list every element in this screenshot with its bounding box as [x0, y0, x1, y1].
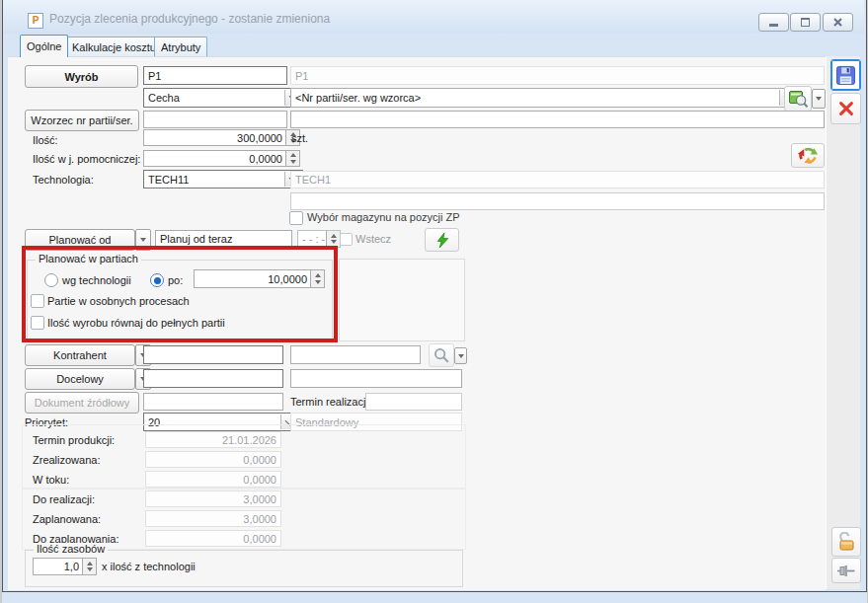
product-code-input[interactable]: P1: [143, 66, 287, 85]
technology-combobox[interactable]: TECH11: [143, 170, 303, 188]
frame-right: [866, 0, 867, 592]
docelowy-button[interactable]: Docelowy: [25, 368, 135, 390]
window-title: Pozycja zlecenia produkcyjnego - zostani…: [49, 12, 330, 26]
planowac-od-button[interactable]: Planować od: [25, 229, 135, 251]
minimize-button[interactable]: [758, 13, 789, 32]
pin-button[interactable]: [831, 558, 861, 583]
radio-po-label: po:: [168, 274, 183, 286]
recalculate-button[interactable]: [791, 143, 825, 168]
side-toolbar: [826, 56, 860, 589]
save-floppy-icon: [835, 65, 856, 86]
frame-bottom: [2, 591, 867, 592]
docelowy-code-input[interactable]: [143, 369, 283, 388]
po-qty-value: 10,0000: [268, 273, 307, 285]
plan-now-button[interactable]: [425, 228, 459, 252]
time-spin-buttons[interactable]: [326, 231, 340, 247]
minimize-icon: [769, 24, 778, 27]
termin-produkcji-field: 21.01.2026: [145, 431, 281, 448]
unit-label: szt.: [291, 132, 308, 144]
warehouse-checkbox[interactable]: [289, 211, 303, 225]
resources-value: 1,0: [64, 561, 79, 572]
zaplanowana-label: Zaplanowana:: [33, 513, 101, 525]
lightning-icon: [435, 232, 449, 249]
frame-left: [2, 0, 3, 592]
planning-mode-input[interactable]: Planuj od teraz: [155, 230, 292, 248]
resources-spinner[interactable]: 1,0: [33, 558, 97, 575]
spin-down-icon: [315, 280, 321, 284]
card-magnifier-icon: [788, 89, 809, 109]
wyrob-button[interactable]: Wyrób: [25, 65, 138, 88]
kontrahent-search-menu-button[interactable]: [454, 347, 467, 364]
save-button[interactable]: [830, 59, 861, 91]
resources-spin-buttons[interactable]: [82, 559, 96, 574]
wstecz-checkbox[interactable]: [340, 233, 353, 246]
cancel-x-icon: [837, 100, 855, 117]
po-qty-spinner[interactable]: 10,0000: [194, 269, 325, 288]
spin-up-icon: [315, 273, 321, 277]
partie-procesach-label: Partie w osobnych procesach: [47, 295, 190, 307]
resources-legend: Ilość zasobów: [34, 543, 108, 555]
open-lock-icon: [836, 532, 856, 552]
batch-pattern-combobox[interactable]: <Nr partii/ser. wg wzorca>: [290, 88, 798, 108]
dropdown-arrow-icon: [458, 354, 464, 358]
pattern-input-2[interactable]: [290, 111, 825, 128]
tab-ogolne[interactable]: Ogólne: [20, 35, 68, 57]
pattern-input-1[interactable]: [143, 111, 287, 128]
restore-icon: [801, 18, 810, 27]
extra-field[interactable]: [290, 192, 825, 210]
w-toku-field: 0,0000: [145, 471, 281, 488]
docelowy-name-input[interactable]: [290, 369, 462, 388]
dropdown-arrow-icon: [140, 238, 146, 242]
radio-wg-technologii-label: wg technologii: [62, 274, 131, 286]
partie-procesach-checkbox[interactable]: [31, 294, 44, 308]
radio-po[interactable]: [150, 273, 164, 287]
spin-up-icon: [331, 234, 337, 238]
zrealizowana-label: Zrealizowana:: [33, 454, 100, 466]
dialog-window: P Pozycja zlecenia produkcyjnego - zosta…: [0, 0, 868, 603]
po-spin-buttons[interactable]: [310, 270, 324, 287]
batch-group-legend: Planować w partiach: [36, 253, 141, 264]
pin-icon: [836, 564, 856, 578]
kontrahent-code-input[interactable]: [143, 345, 283, 364]
kontrahent-name-input[interactable]: [290, 345, 421, 364]
dropdown-arrow-icon: [816, 97, 822, 101]
spin-down-icon: [87, 567, 93, 571]
resources-suffix-label: x ilość z technologii: [102, 561, 196, 572]
kontrahent-search-button[interactable]: [429, 343, 454, 367]
feature-combobox[interactable]: Cecha: [143, 88, 303, 108]
zaplanowana-field: 3,0000: [145, 510, 281, 527]
tab-atrybuty[interactable]: Atrybuty: [154, 37, 207, 57]
termin-produkcji-label: Termin produkcji:: [33, 434, 115, 446]
source-doc-button: Dokument źródłowy: [25, 392, 139, 414]
aux-qty-spinner[interactable]: 0,0000: [143, 150, 300, 167]
zrealizowana-field: 0,0000: [145, 451, 281, 468]
source-doc-input[interactable]: [143, 393, 283, 411]
planning-time-spinner[interactable]: - - : -: [297, 230, 341, 248]
cancel-button[interactable]: [830, 93, 861, 124]
restore-button[interactable]: [790, 13, 821, 32]
aux-qty-value: 0,0000: [249, 153, 282, 165]
kontrahent-button[interactable]: Kontrahent: [25, 344, 135, 366]
recycle-arrows-icon: [797, 146, 819, 165]
wzorzec-button[interactable]: Wzorzec nr partii/ser.: [25, 110, 139, 131]
rownaj-partii-checkbox[interactable]: [31, 316, 44, 330]
spin-up-icon: [87, 562, 93, 565]
spin-up-icon: [290, 153, 296, 157]
technology-value: TECH11: [148, 174, 189, 186]
qty-value: 300,0000: [237, 132, 282, 144]
magnifier-icon: [433, 346, 450, 364]
lock-button[interactable]: [831, 527, 861, 557]
tab-kalkulacje-kosztu[interactable]: Kalkulacje kosztu: [65, 37, 163, 57]
planowac-od-menu-button[interactable]: [135, 229, 151, 251]
qty-spinner[interactable]: 300,0000: [143, 129, 300, 146]
aux-spin-buttons[interactable]: [285, 151, 299, 166]
radio-wg-technologii[interactable]: [44, 273, 58, 287]
spin-down-icon: [290, 160, 296, 164]
batch-lookup-menu-button[interactable]: [812, 89, 826, 109]
aux-qty-label: Ilość w j. pomocniczej:: [33, 153, 140, 165]
close-button[interactable]: [823, 13, 853, 32]
batch-lookup-button[interactable]: [784, 86, 812, 112]
w-toku-label: W toku:: [33, 474, 69, 486]
feature-value: Cecha: [148, 92, 180, 104]
termin-realizacji-input[interactable]: [365, 393, 462, 411]
